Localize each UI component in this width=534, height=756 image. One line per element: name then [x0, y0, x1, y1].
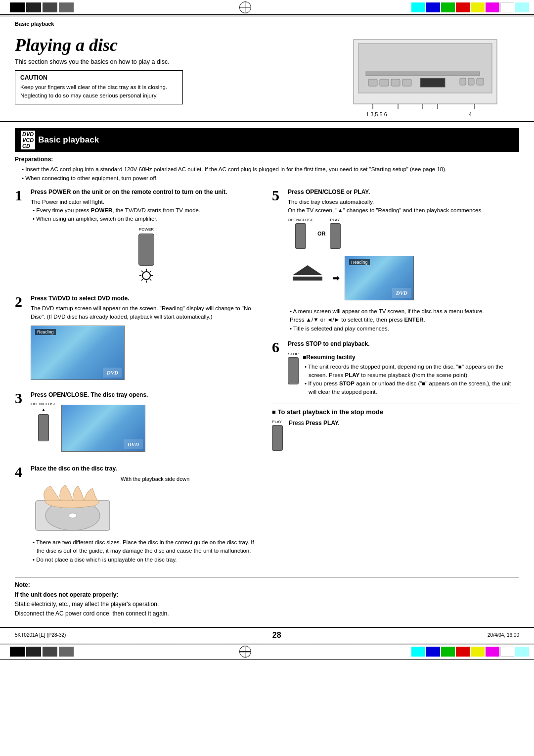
step4-bullet2: Do not place a disc which is unplayable … [31, 556, 262, 564]
step-2-title-text: Press TV/DVD to select DVD mode. [31, 295, 129, 302]
bottom-color-red [456, 647, 470, 657]
breadcrumb: Basic playback [15, 21, 519, 27]
resuming-title: ■Resuming facility [303, 354, 519, 361]
step5-bullet2: Press ▲/▼ or ◄/► to select title, then p… [288, 316, 519, 324]
step5-play-btn: PLAY [330, 218, 341, 249]
svg-rect-3 [368, 79, 377, 86]
step2-reading-text: Reading [35, 329, 56, 335]
step-5-content: Press OPEN/CLOSE or PLAY. The disc tray … [288, 188, 519, 333]
caution-title: CAUTION [20, 74, 178, 81]
step3-dvd-logo: DVD [124, 439, 143, 449]
play-mode-text: Press Press PLAY. [289, 420, 340, 426]
step-3: 3 Press OPEN/CLOSE. The disc tray opens.… [15, 391, 262, 458]
step6-stop-btn: STOP [288, 352, 299, 384]
color-magenta [486, 2, 499, 12]
color-block-black4 [59, 2, 74, 12]
step-3-number: 3 [15, 391, 26, 406]
svg-line-26 [141, 279, 143, 281]
step3-icon-area: OPEN/CLOSE ▲ DVD [31, 402, 262, 455]
preparations: Preparations: Insert the AC cord plug in… [15, 156, 519, 183]
svg-point-18 [142, 272, 150, 280]
svg-text:4: 4 [469, 111, 472, 117]
right-column: 5 Press OPEN/CLOSE or PLAY. The disc tra… [272, 188, 519, 571]
step-3-content: Press OPEN/CLOSE. The disc tray opens. O… [31, 391, 262, 458]
step-4-title: Place the disc on the disc tray. [31, 465, 262, 473]
title-area: Playing a disc This section shows you th… [15, 30, 519, 121]
page-subtitle: This section shows you the basics on how… [15, 58, 341, 65]
step-2-title: Press TV/DVD to select DVD mode. [31, 294, 262, 303]
step3-btn-rect [38, 414, 49, 441]
power-sun-icon [138, 268, 154, 284]
step4-bullet1: There are two different disc sizes. Plac… [31, 538, 262, 556]
step-4-number: 4 [15, 465, 26, 479]
footer-right: 20/4/04, 16:00 [488, 632, 519, 638]
power-label: POWER [139, 227, 154, 232]
step5-bullets: A menu screen will appear on the TV scre… [288, 307, 519, 333]
step5-btn2-rect [330, 223, 341, 249]
note-section: Note: If the unit does not operate prope… [15, 577, 519, 619]
svg-rect-5 [391, 79, 400, 86]
main-content: DVDVCDCD Basic playback Preparations: In… [0, 128, 534, 619]
step-3-title-text: Press OPEN/CLOSE. [31, 391, 89, 398]
step5-buttons: OPEN/CLOSE OR PLAY [288, 218, 519, 249]
caution-box: CAUTION Keep your fingers well clear of … [15, 70, 183, 104]
resuming-bullet1: The unit records the stopped point, depe… [303, 363, 519, 380]
power-btn-rect [138, 234, 154, 266]
bottom-color-black1 [10, 647, 25, 657]
step5-text1: The disc tray closes automatically. [288, 198, 519, 206]
bottom-color-blue [426, 647, 440, 657]
step-6-number: 6 [272, 340, 283, 355]
step-4-bullets: There are two different disc sizes. Plac… [31, 538, 262, 564]
color-red [456, 2, 470, 12]
step5-or-label: OR [317, 231, 326, 236]
bottom-crosshair-icon [239, 646, 251, 658]
preparations-text: Insert the AC cord plug into a standard … [15, 165, 519, 183]
step6-resuming-box: ■Resuming facility The unit records the … [303, 354, 519, 397]
note-title: Note: [15, 581, 519, 588]
step-4: 4 Place the disc on the disc tray. [15, 465, 262, 564]
dvd-diagram-svg: 1 3,5 5 6 4 [351, 35, 504, 121]
color-green [441, 2, 455, 12]
color-block-black1 [10, 2, 25, 12]
step-2-text: The DVD startup screen will appear on th… [31, 304, 262, 322]
crosshair-icon [239, 1, 251, 13]
color-light-cyan [515, 2, 529, 12]
step1-icon-area: POWER [31, 227, 262, 284]
svg-text:1  3,5  5  6: 1 3,5 5 6 [366, 111, 387, 117]
bottom-color-black4 [59, 647, 74, 657]
note-text2: Disconnect the AC power cord once, then … [15, 610, 169, 617]
step5-bullet1: A menu screen will appear on the TV scre… [288, 307, 519, 316]
resuming-bullets: The unit records the stopped point, depe… [303, 363, 519, 397]
step4-text1: With the playback side down [121, 476, 189, 482]
play-mode-play-text: Press PLAY. [306, 420, 340, 426]
step-2-number: 2 [15, 294, 26, 309]
svg-line-24 [150, 279, 151, 281]
resuming-bullet2: If you press STOP again or unload the di… [303, 379, 519, 397]
step4-illustration: With the playback side down [31, 476, 262, 535]
svg-rect-8 [460, 78, 466, 85]
step-1-text: The Power indicator will light. Every ti… [31, 198, 262, 224]
step5-btn1-label: OPEN/CLOSE [288, 218, 313, 222]
step1-bullet1: Every time you press POWER, the TV/DVD s… [31, 206, 262, 215]
step5-open-close-btn: OPEN/CLOSE [288, 218, 313, 249]
bottom-color-magenta [486, 647, 499, 657]
step6-stop-area: STOP ■Resuming facility The unit records… [288, 350, 519, 397]
bottom-color-black3 [43, 647, 57, 657]
bottom-color-green [441, 647, 455, 657]
svg-rect-4 [380, 79, 389, 86]
step-5-text: The disc tray closes automatically. On t… [288, 198, 519, 215]
play-mode-title: ■ To start playback in the stop mode [272, 408, 519, 416]
prep-item1: Insert the AC cord plug into a standard … [20, 165, 519, 174]
bottom-color-light-cyan [515, 647, 529, 657]
step5-eject-icon [288, 260, 327, 295]
step3-open-close-btn: OPEN/CLOSE ▲ [31, 402, 56, 441]
step-1: 1 Press POWER on the unit or on the remo… [15, 188, 262, 288]
section-title: Basic playback [38, 135, 99, 145]
header-section: Basic playback Playing a disc This secti… [0, 17, 534, 122]
step-1-number: 1 [15, 188, 26, 203]
caution-text: Keep your fingers well clear of the disc… [20, 83, 178, 100]
step1-text1: The Power indicator will light. [31, 198, 262, 206]
two-column-layout: 1 Press POWER on the unit or on the remo… [15, 188, 519, 571]
step-1-title: Press POWER on the unit or on the remote… [31, 188, 262, 196]
step5-text2: On the TV-screen, "▲" changes to "Readin… [288, 206, 519, 215]
